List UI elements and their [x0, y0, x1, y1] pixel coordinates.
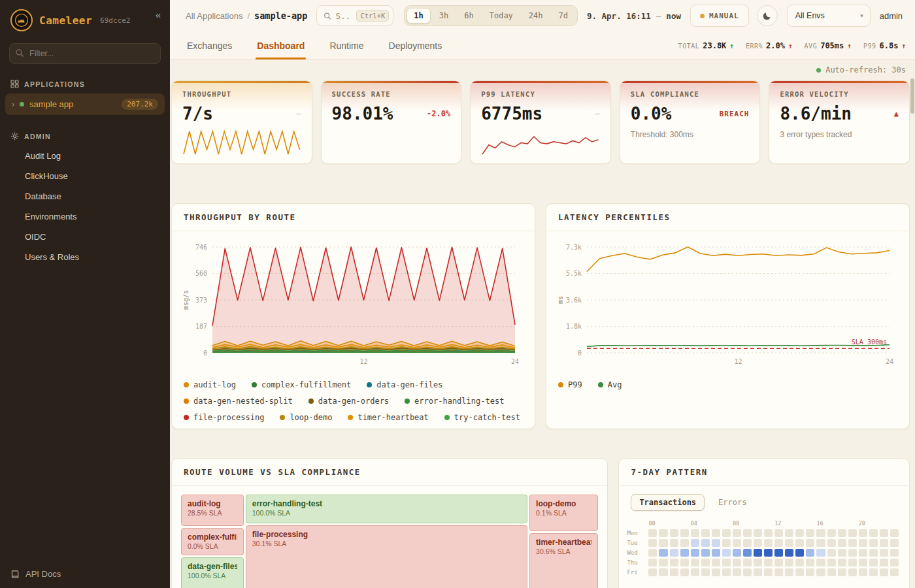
treemap-cell-error-handling-test[interactable]: error-handling-test 100.0% SLA [246, 495, 527, 523]
legend-item-file-processing[interactable]: file-processing [184, 413, 264, 422]
heatmap-cell[interactable] [880, 568, 888, 576]
heatmap-cell[interactable] [764, 568, 773, 576]
time-range-today[interactable]: Today [482, 8, 520, 24]
scrollbar[interactable] [910, 63, 914, 585]
breadcrumb-root[interactable]: All Applications [186, 11, 242, 21]
heatmap-cell[interactable] [806, 539, 814, 547]
heatmap-cell[interactable] [670, 549, 678, 557]
toggle-transactions[interactable]: Transactions [631, 494, 705, 511]
sidebar-item-users-roles[interactable]: Users & Roles [0, 247, 170, 267]
heatmap-cell[interactable] [859, 539, 867, 547]
heatmap-cell[interactable] [722, 568, 731, 576]
heatmap-cell[interactable] [712, 559, 720, 566]
heatmap-cell[interactable] [701, 549, 710, 557]
heatmap-cell[interactable] [701, 529, 710, 537]
heatmap-cell[interactable] [785, 539, 793, 547]
sidebar-collapse-button[interactable]: « [156, 9, 161, 20]
heatmap-cell[interactable] [712, 549, 720, 557]
heatmap-cell[interactable] [764, 559, 773, 566]
heatmap-cell[interactable] [754, 539, 762, 547]
legend-item-complex-fulfillment[interactable]: complex-fulfillment [252, 380, 351, 389]
heatmap-cell[interactable] [733, 559, 741, 566]
heatmap-cell[interactable] [785, 529, 793, 537]
heatmap-cell[interactable] [827, 539, 836, 547]
heatmap-cell[interactable] [648, 568, 657, 576]
heatmap-cell[interactable] [712, 529, 720, 537]
tab-deployments[interactable]: Deployments [388, 33, 444, 59]
heatmap-cell[interactable] [743, 539, 752, 547]
heatmap-cell[interactable] [733, 549, 741, 557]
heatmap-cell[interactable] [670, 529, 678, 537]
heatmap-cell[interactable] [659, 568, 667, 576]
heatmap-cell[interactable] [743, 568, 752, 576]
heatmap-cell[interactable] [859, 549, 867, 557]
heatmap-cell[interactable] [848, 559, 857, 566]
sidebar-item-sample-app[interactable]: › sample app 207.2k [5, 93, 165, 115]
heatmap-cell[interactable] [848, 568, 857, 576]
legend-item-data-gen-nested-split[interactable]: data-gen-nested-split [184, 397, 293, 406]
heatmap-cell[interactable] [795, 568, 804, 576]
heatmap-cell[interactable] [827, 529, 836, 537]
time-range-7d[interactable]: 7d [552, 8, 575, 24]
heatmap-cell[interactable] [733, 568, 741, 576]
heatmap-cell[interactable] [764, 549, 773, 557]
heatmap-cell[interactable] [754, 529, 762, 537]
heatmap-cell[interactable] [691, 549, 699, 557]
heatmap-cell[interactable] [890, 559, 899, 566]
heatmap-cell[interactable] [848, 549, 857, 557]
time-range-1h[interactable]: 1h [407, 8, 430, 24]
time-range-3h[interactable]: 3h [432, 8, 456, 24]
date-range[interactable]: 9. Apr. 16:11 — now [587, 11, 681, 21]
heatmap-cell[interactable] [880, 549, 888, 557]
heatmap-cell[interactable] [691, 559, 699, 566]
heatmap-cell[interactable] [838, 568, 846, 576]
heatmap-cell[interactable] [701, 559, 710, 566]
heatmap-cell[interactable] [764, 529, 773, 537]
tab-exchanges[interactable]: Exchanges [186, 33, 233, 59]
heatmap-cell[interactable] [838, 539, 846, 547]
sidebar-item-environments[interactable]: Environments [0, 206, 170, 227]
heatmap-cell[interactable] [659, 549, 667, 557]
heatmap-cell[interactable] [701, 539, 710, 547]
heatmap-cell[interactable] [722, 539, 731, 547]
heatmap-cell[interactable] [806, 529, 814, 537]
search-input[interactable] [335, 11, 352, 21]
heatmap-cell[interactable] [806, 559, 814, 566]
heatmap-cell[interactable] [764, 539, 773, 547]
legend-item-data-gen-orders[interactable]: data-gen-orders [308, 397, 389, 406]
heatmap-cell[interactable] [712, 568, 720, 576]
heatmap-cell[interactable] [691, 529, 699, 537]
heatmap-cell[interactable] [774, 539, 783, 547]
sidebar-item-oidc[interactable]: OIDC [0, 227, 170, 247]
heatmap-cell[interactable] [774, 568, 783, 576]
sidebar-item-clickhouse[interactable]: ClickHouse [0, 166, 170, 186]
treemap-cell-file-processing[interactable]: file-processing 30.1% SLA [246, 525, 527, 588]
legend-item-loop-demo[interactable]: loop-demo [280, 413, 332, 422]
treemap-cell-loop-demo[interactable]: loop-demo 0.1% SLA [529, 495, 598, 531]
heatmap-cell[interactable] [670, 539, 678, 547]
heatmap-cell[interactable] [816, 568, 825, 576]
heatmap-cell[interactable] [680, 529, 689, 537]
legend-item-avg[interactable]: Avg [598, 380, 622, 389]
tab-runtime[interactable]: Runtime [328, 33, 365, 59]
heatmap-cell[interactable] [806, 549, 814, 557]
heatmap-cell[interactable] [659, 539, 667, 547]
legend-item-error-handling-test[interactable]: error-handling-test [405, 397, 504, 406]
heatmap-cell[interactable] [838, 529, 846, 537]
heatmap-cell[interactable] [890, 529, 899, 537]
heatmap-cell[interactable] [827, 568, 836, 576]
heatmap-cell[interactable] [648, 529, 657, 537]
heatmap-cell[interactable] [785, 559, 793, 566]
legend-item-audit-log[interactable]: audit-log [184, 380, 236, 389]
heatmap-cell[interactable] [795, 529, 804, 537]
heatmap-cell[interactable] [701, 568, 710, 576]
heatmap-cell[interactable] [722, 529, 731, 537]
heatmap-cell[interactable] [859, 568, 867, 576]
heatmap-cell[interactable] [670, 559, 678, 566]
heatmap-cell[interactable] [670, 568, 678, 576]
heatmap-cell[interactable] [743, 549, 752, 557]
heatmap-cell[interactable] [827, 549, 836, 557]
heatmap-cell[interactable] [754, 568, 762, 576]
heatmap-cell[interactable] [816, 559, 825, 566]
sidebar-item-audit-log[interactable]: Audit Log [0, 146, 170, 166]
